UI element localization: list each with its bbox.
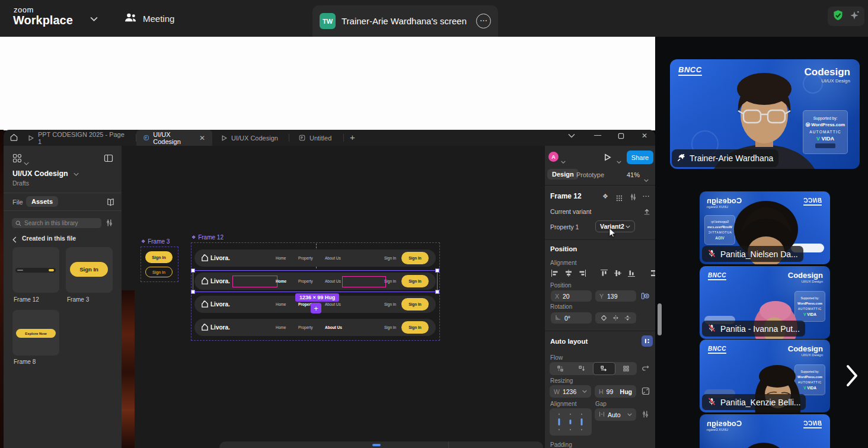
- zoom-chevron-down-icon[interactable]: [644, 174, 649, 184]
- selection-handle[interactable]: [191, 268, 195, 273]
- tab-design[interactable]: Design: [547, 169, 579, 180]
- asset-frame-12[interactable]: [12, 247, 59, 293]
- figma-tab-ppt-codesign[interactable]: PPT CODESIGN 2025 - Page 1: [21, 130, 136, 146]
- x-position-input[interactable]: X20: [551, 290, 592, 302]
- selection-handle[interactable]: [435, 268, 439, 273]
- grid-props-icon[interactable]: [616, 193, 623, 204]
- figma-canvas[interactable]: ❖ Frame 3 Sign In Sign In ❖ Frame 12 Liv: [122, 146, 544, 448]
- canvas-signin-filled-button[interactable]: Sign In: [145, 251, 173, 263]
- figma-tab-untitled[interactable]: Untitled: [292, 130, 344, 146]
- participant-video-nielsen[interactable]: BNCC CodesignUI/UX Design Supported by: …: [700, 191, 830, 264]
- close-tab-icon[interactable]: ✕: [199, 134, 205, 142]
- create-component-icon[interactable]: ❖: [602, 193, 608, 200]
- align-middle-v-icon[interactable]: [613, 268, 623, 278]
- selection-handle[interactable]: [191, 290, 195, 294]
- flow-horizontal-icon-selected[interactable]: [593, 362, 615, 375]
- autolayout-active-icon[interactable]: [642, 335, 653, 347]
- publish-up-icon[interactable]: [643, 207, 650, 217]
- tab-prototype[interactable]: Prototype: [576, 171, 604, 178]
- supported-by-card: Supported by: Ⓦ WordPress.com AUTOMATTIC…: [803, 110, 848, 154]
- align-left-icon[interactable]: [550, 268, 560, 278]
- participant-video-partial[interactable]: BNCC CodesignUI/UX Design: [700, 414, 830, 448]
- flow-vertical-arrow-icon[interactable]: [571, 362, 592, 375]
- share-area-scrollbar[interactable]: [658, 303, 662, 335]
- flip-horizontal-icon[interactable]: [612, 313, 619, 324]
- tab-assets[interactable]: Assets: [26, 196, 58, 207]
- navbar-variant-2-selected[interactable]: Livora. Home Property About Us Sign In S…: [194, 273, 436, 290]
- user-avatar[interactable]: A: [548, 152, 559, 162]
- window-collapse-icon[interactable]: [568, 132, 575, 141]
- add-variant-button[interactable]: +: [311, 303, 321, 313]
- back-chevron-icon[interactable]: [12, 235, 17, 245]
- tab-file[interactable]: File: [12, 199, 23, 206]
- avatar-chevron-down-icon[interactable]: [561, 155, 566, 166]
- align-right-icon[interactable]: [577, 268, 587, 278]
- figma-tab-uiux-codesign-active[interactable]: UI/UX Codesign ✕: [136, 130, 212, 146]
- library-book-icon[interactable]: [106, 198, 115, 209]
- library-chevron-down-icon[interactable]: [24, 157, 29, 168]
- asset-frame-3[interactable]: Sign In: [66, 247, 113, 293]
- tab-meeting[interactable]: Meeting: [125, 8, 174, 28]
- distribute-icon[interactable]: [649, 268, 655, 278]
- participant-video-kenzie[interactable]: BNCC CodesignUI/UX Design Supported by: …: [700, 340, 830, 412]
- selection-handle[interactable]: [435, 290, 439, 294]
- y-position-input[interactable]: Y139: [595, 290, 636, 302]
- gap-sliders-icon[interactable]: [642, 410, 649, 421]
- screen-tab-options-icon[interactable]: ⋯: [476, 14, 491, 28]
- width-input[interactable]: W1236: [550, 385, 591, 398]
- canvas-signin-outline-button[interactable]: Sign In: [145, 267, 173, 277]
- share-button[interactable]: Share: [627, 151, 653, 164]
- figma-home-icon[interactable]: [9, 133, 18, 144]
- align-center-h-icon[interactable]: [564, 268, 573, 278]
- ai-companion-sparkle-icon[interactable]: [848, 9, 860, 24]
- asset-library-icon[interactable]: [12, 153, 22, 165]
- asset-frame-8[interactable]: Explore Now: [12, 310, 59, 356]
- flow-wrap-icon[interactable]: [615, 362, 637, 375]
- more-options-icon[interactable]: …: [642, 190, 650, 199]
- align-top-icon[interactable]: [599, 268, 609, 278]
- next-participants-chevron-icon[interactable]: [842, 359, 862, 392]
- pinned-name-label: Trainer-Arie Wardhana: [672, 149, 778, 167]
- security-shield-icon[interactable]: [832, 9, 844, 24]
- figma-left-sidebar: UI/UX Codesign Drafts File Assets: [4, 146, 122, 448]
- navbar-variant-1[interactable]: Livora. Home Property About Us Sign In S…: [194, 249, 436, 267]
- window-close-icon[interactable]: ✕: [642, 132, 647, 140]
- align-bottom-icon[interactable]: [627, 268, 636, 278]
- alignment2-label: Alignment: [550, 401, 576, 407]
- constraints-icon[interactable]: [641, 292, 650, 303]
- property-label: Property 1: [550, 223, 579, 231]
- frame3-label[interactable]: ❖ Frame 3: [141, 238, 170, 245]
- window-maximize-icon[interactable]: [618, 133, 624, 141]
- autolayout-alignment-box[interactable]: [550, 408, 592, 436]
- filter-sliders-icon[interactable]: [106, 219, 113, 229]
- flow-vertical-icon[interactable]: [550, 362, 571, 375]
- resize-expand-icon[interactable]: [642, 387, 650, 398]
- gap-input[interactable]: Auto: [595, 408, 636, 421]
- participant-name-label: Panitia - Ivanna Put...: [702, 321, 805, 337]
- rotation-input[interactable]: 0°: [551, 312, 592, 324]
- zoom-level[interactable]: 41%: [627, 171, 640, 178]
- file-name[interactable]: UI/UX Codesign: [12, 169, 79, 178]
- figma-tab-uiux-codesign-2[interactable]: UI/UX Codesign: [215, 130, 289, 146]
- frame12-label[interactable]: ❖ Frame 12: [192, 234, 224, 241]
- height-input[interactable]: H99 Hug: [595, 385, 636, 398]
- navbar-variant-4[interactable]: Livora. Home Property About Us Sign In S…: [194, 319, 436, 336]
- window-minimize-icon[interactable]: —: [594, 131, 601, 139]
- toggle-sidebar-icon[interactable]: [104, 154, 113, 165]
- vida-logo: V VIDA: [816, 136, 834, 142]
- flow-return-icon[interactable]: [642, 364, 649, 375]
- search-input[interactable]: [24, 220, 98, 226]
- flip-vertical-icon[interactable]: [624, 313, 631, 324]
- workspace-chevron-down-icon[interactable]: [90, 13, 98, 24]
- canvas-toolbar[interactable]: [219, 441, 543, 448]
- mouse-cursor: [609, 228, 616, 239]
- adjust-sliders-icon[interactable]: [630, 193, 637, 203]
- tab-shared-screen[interactable]: TW Trainer-Arie Wardhana's screen ⋯: [312, 5, 498, 37]
- new-tab-icon[interactable]: +: [350, 132, 355, 142]
- present-chevron-down-icon[interactable]: [617, 155, 621, 166]
- participant-video-ivanna[interactable]: BNCC CodesignUI/UX Design Supported by: …: [700, 266, 830, 339]
- pinned-video-trainer[interactable]: BNCC Codesign UI/UX Design Supported by:…: [670, 59, 860, 169]
- assets-search[interactable]: [12, 218, 101, 228]
- rotate-90-icon[interactable]: [601, 313, 607, 324]
- present-play-icon[interactable]: [604, 153, 611, 164]
